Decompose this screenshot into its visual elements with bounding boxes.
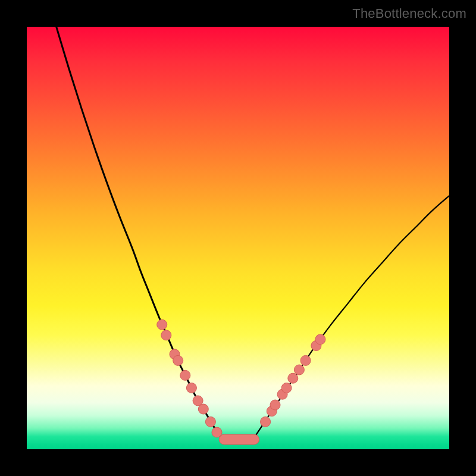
watermark-text: TheBottleneck.com — [352, 6, 466, 21]
data-marker — [294, 365, 304, 375]
data-marker — [270, 400, 280, 410]
data-marker — [315, 334, 325, 345]
right-curve — [255, 196, 449, 437]
data-marker — [180, 370, 190, 380]
data-marker — [281, 383, 292, 393]
data-marker — [186, 383, 196, 393]
data-marker — [161, 330, 171, 340]
data-marker — [205, 416, 215, 427]
chart-svg — [27, 27, 449, 449]
left-curve — [57, 27, 221, 437]
data-marker — [300, 355, 311, 365]
data-marker — [173, 355, 183, 365]
valley-pill — [219, 434, 259, 444]
data-marker — [261, 416, 271, 427]
marker-group — [157, 320, 325, 437]
data-marker — [157, 320, 167, 330]
curve-group — [57, 27, 449, 440]
chart-frame: TheBottleneck.com — [0, 0, 476, 476]
plot-area — [27, 27, 449, 449]
data-marker — [288, 373, 298, 383]
data-marker — [198, 404, 208, 414]
